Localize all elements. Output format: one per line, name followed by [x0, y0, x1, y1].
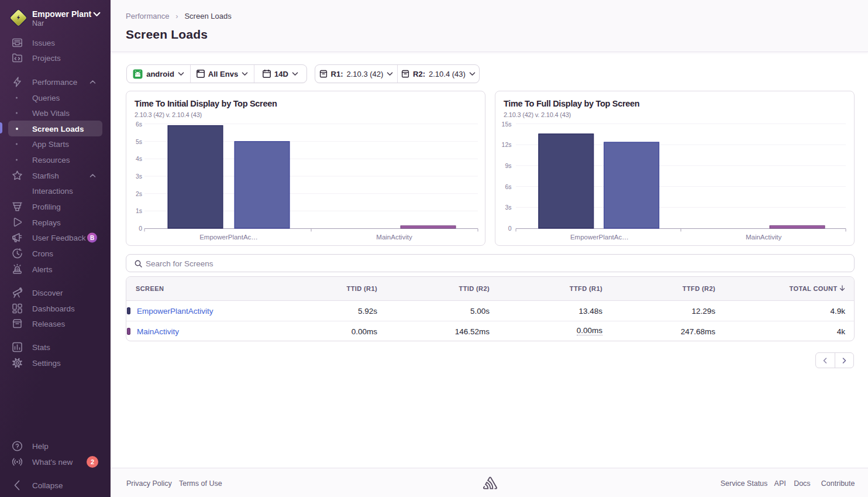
- svg-text:9s: 9s: [505, 162, 511, 169]
- svg-text:12s: 12s: [502, 141, 512, 148]
- svg-text:0: 0: [508, 225, 512, 232]
- svg-text:6s: 6s: [505, 183, 511, 190]
- svg-text:MainActivity: MainActivity: [376, 234, 412, 241]
- svg-text:EmpowerPlantAc…: EmpowerPlantAc…: [570, 234, 629, 241]
- svg-text:MainActivity: MainActivity: [746, 234, 782, 241]
- svg-text:6s: 6s: [136, 121, 142, 128]
- svg-text:4s: 4s: [136, 155, 142, 162]
- svg-text:15s: 15s: [502, 121, 512, 128]
- svg-text:3s: 3s: [505, 204, 511, 211]
- svg-text:2s: 2s: [136, 190, 142, 197]
- svg-text:3s: 3s: [136, 173, 142, 180]
- svg-text:EmpowerPlantAc…: EmpowerPlantAc…: [199, 234, 258, 241]
- svg-text:5s: 5s: [136, 138, 142, 145]
- svg-text:0: 0: [139, 225, 142, 232]
- svg-text:1s: 1s: [136, 207, 142, 214]
